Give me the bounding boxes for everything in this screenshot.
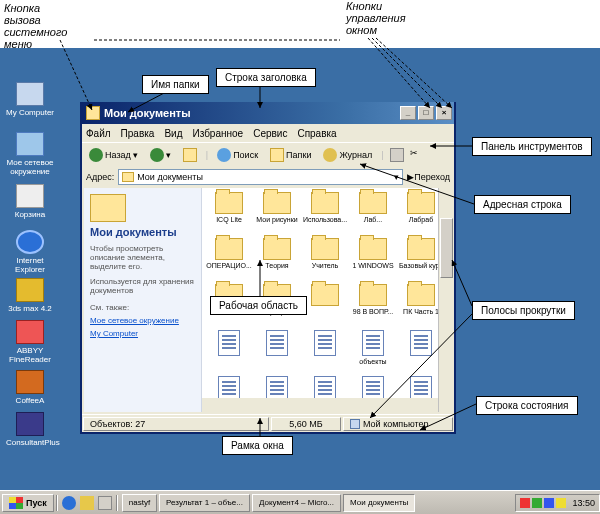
maximize-button[interactable]: □: [418, 106, 434, 120]
desktop[interactable]: My Computer Мое сетевое окружение Корзин…: [0, 48, 600, 490]
desktop-icon-recycle[interactable]: Корзина: [6, 184, 54, 219]
panel-link-mycomputer[interactable]: My Computer: [90, 329, 195, 338]
search-label: Поиск: [233, 150, 258, 160]
folder-item[interactable]: Лаб...: [350, 192, 396, 223]
window-title: Мои документы: [104, 107, 191, 119]
folder-item[interactable]: ОПЕРАЦИО...: [206, 238, 252, 269]
task-button[interactable]: Документ4 – Micro...: [252, 494, 341, 512]
folders-label: Папки: [286, 150, 311, 160]
status-location-text: Мой компьютер: [363, 419, 429, 429]
callout-scrollbars: Полосы прокрутки: [472, 301, 575, 320]
side-panel: Мои документы Чтобы просмотреть описание…: [84, 188, 202, 412]
callout-frame: Рамка окна: [222, 436, 293, 455]
folder-icon: [122, 172, 134, 182]
desktop-icon-network[interactable]: Мое сетевое окружение: [6, 132, 54, 176]
folders-button[interactable]: Папки: [267, 147, 314, 163]
up-button[interactable]: [180, 147, 200, 163]
desktop-icon-my-computer[interactable]: My Computer: [6, 82, 54, 117]
menu-view[interactable]: Вид: [164, 128, 182, 139]
quicklaunch-icon[interactable]: [80, 496, 94, 510]
icon-label: 3ds max 4.2: [8, 304, 52, 313]
document-item[interactable]: [398, 330, 438, 358]
callout-title-row: Строка заголовка: [216, 68, 316, 87]
back-label: Назад: [105, 150, 131, 160]
folder-item[interactable]: [302, 284, 348, 308]
task-button[interactable]: nastyf: [122, 494, 157, 512]
desktop-icon-abbyy[interactable]: ABBYY FineReader: [6, 320, 54, 364]
folder-item[interactable]: Теория: [254, 238, 300, 269]
desktop-icon-3dsmax[interactable]: 3ds max 4.2: [6, 278, 54, 313]
close-button[interactable]: ×: [436, 106, 452, 120]
folder-item[interactable]: Мои рисунки: [254, 192, 300, 223]
panel-folder-icon: [90, 194, 126, 222]
annot-system-menu: Кнопка вызова системного меню: [4, 2, 67, 50]
callout-workarea: Рабочая область: [210, 296, 307, 315]
document-item[interactable]: [206, 330, 252, 358]
icon-label: Мое сетевое окружение: [6, 158, 53, 176]
folder-item[interactable]: ПК Часть 1: [398, 284, 438, 315]
document-item[interactable]: [302, 330, 348, 358]
document-item[interactable]: [254, 330, 300, 358]
document-item[interactable]: объекты: [350, 330, 396, 365]
back-button[interactable]: Назад▾: [86, 147, 141, 163]
start-button[interactable]: Пуск: [2, 494, 54, 512]
cut-icon[interactable]: ✂: [410, 148, 424, 162]
folder-item[interactable]: Базовый курс: [398, 238, 438, 269]
tray-icon[interactable]: [556, 498, 566, 508]
address-bar: Адрес: Мои документы ▾ ▶Переход: [82, 166, 454, 188]
icon-label: My Computer: [6, 108, 54, 117]
panel-link-network[interactable]: Мое сетевое окружение: [90, 316, 195, 325]
menu-help[interactable]: Справка: [297, 128, 336, 139]
task-button[interactable]: Результат 1 – объе...: [159, 494, 250, 512]
title-bar[interactable]: Мои документы _ □ ×: [82, 102, 454, 124]
tray-icon[interactable]: [544, 498, 554, 508]
callout-folder-name: Имя папки: [142, 75, 209, 94]
history-icon: [323, 148, 337, 162]
desktop-icon-consultant[interactable]: ConsultantPlus: [6, 412, 54, 447]
folder-item[interactable]: Лабраб: [398, 192, 438, 223]
search-button[interactable]: Поиск: [214, 147, 261, 163]
menu-fav[interactable]: Избранное: [192, 128, 243, 139]
task-button-active[interactable]: Мои документы: [343, 494, 415, 512]
folder-item[interactable]: Учитель: [302, 238, 348, 269]
back-icon: [89, 148, 103, 162]
callout-toolbar: Панель инструментов: [472, 137, 592, 156]
go-label: Переход: [414, 172, 450, 182]
tray-icon[interactable]: [520, 498, 530, 508]
history-button[interactable]: Журнал: [320, 147, 375, 163]
explorer-window: Мои документы _ □ × Файл Правка Вид Избр…: [80, 102, 456, 434]
scroll-thumb[interactable]: [440, 218, 453, 278]
icon-label: Internet Explorer: [15, 256, 45, 274]
desktop-icon-ie[interactable]: Internet Explorer: [6, 230, 54, 274]
chevron-down-icon[interactable]: ▾: [394, 172, 399, 182]
tray-icon[interactable]: [532, 498, 542, 508]
folder-item[interactable]: Использова...: [302, 192, 348, 223]
window-controls: _ □ ×: [398, 106, 452, 120]
forward-button[interactable]: ▾: [147, 147, 174, 163]
desktop-icon-coffee[interactable]: CoffeeA: [6, 370, 54, 405]
windows-icon: [9, 497, 23, 509]
icon-label: Корзина: [15, 210, 45, 219]
minimize-button[interactable]: _: [400, 106, 416, 120]
up-icon: [183, 148, 197, 162]
go-button[interactable]: ▶Переход: [407, 172, 450, 182]
quicklaunch-icon[interactable]: [62, 496, 76, 510]
callout-address: Адресная строка: [474, 195, 571, 214]
menu-tools[interactable]: Сервис: [253, 128, 287, 139]
folder-item[interactable]: 1 WINDOWS: [350, 238, 396, 269]
folder-item[interactable]: 98 В ВОПР...: [350, 284, 396, 315]
quicklaunch-icon[interactable]: [98, 496, 112, 510]
icon-label: ABBYY FineReader: [9, 346, 51, 364]
clock: 13:50: [572, 498, 595, 508]
system-menu-icon[interactable]: [86, 106, 100, 120]
menu-file[interactable]: Файл: [86, 128, 111, 139]
folder-item[interactable]: ICQ Lite: [206, 192, 252, 223]
view-icon[interactable]: [390, 148, 404, 162]
menu-edit[interactable]: Правка: [121, 128, 155, 139]
system-tray: 13:50: [515, 494, 600, 512]
address-field[interactable]: Мои документы ▾: [118, 169, 403, 185]
horizontal-scrollbar[interactable]: [202, 398, 438, 412]
forward-icon: [150, 148, 164, 162]
vertical-scrollbar[interactable]: [438, 188, 454, 412]
menu-bar: Файл Правка Вид Избранное Сервис Справка: [82, 124, 454, 142]
